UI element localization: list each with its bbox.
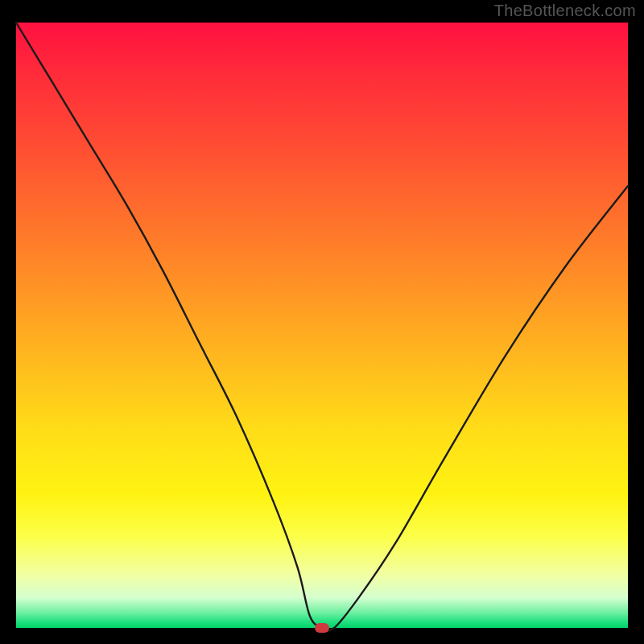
watermark-text: TheBottleneck.com bbox=[494, 2, 636, 20]
plot-area bbox=[16, 23, 628, 628]
chart-frame: TheBottleneck.com bbox=[0, 0, 644, 644]
minimum-marker bbox=[315, 623, 329, 633]
bottleneck-curve bbox=[16, 23, 628, 628]
